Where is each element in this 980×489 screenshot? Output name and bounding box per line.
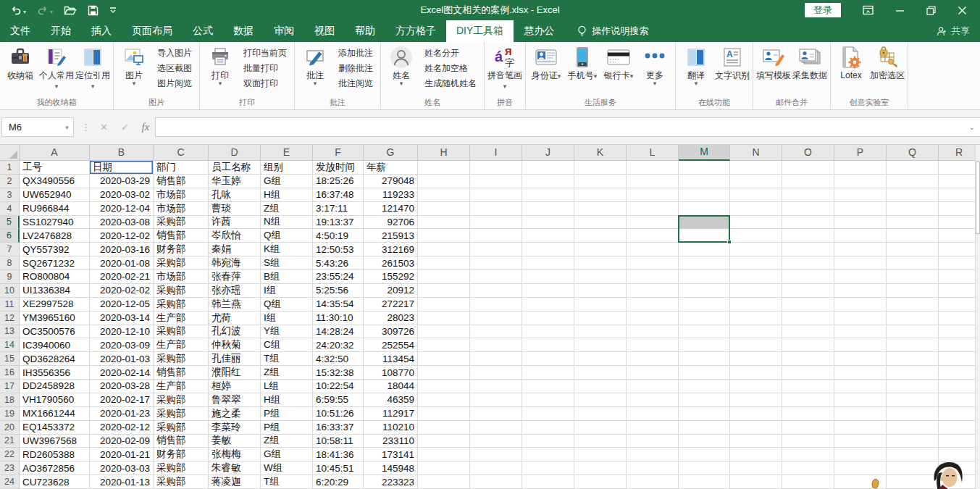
cell-Q16[interactable] xyxy=(887,366,939,380)
cell-E20[interactable]: P组 xyxy=(261,421,313,435)
cell-F14[interactable]: 24:20:32 xyxy=(313,338,364,352)
cell-P1[interactable] xyxy=(834,161,887,175)
row-header-4[interactable]: 4 xyxy=(0,202,20,216)
cell-H15[interactable] xyxy=(418,352,470,366)
column-header-F[interactable]: F xyxy=(313,145,364,161)
embedded-photo-person[interactable] xyxy=(928,461,968,489)
cell-G22[interactable]: 173141 xyxy=(364,448,418,461)
cell-R7[interactable] xyxy=(939,243,980,256)
name-box-dropdown-icon[interactable]: ▾ xyxy=(60,124,73,131)
embedded-image-small[interactable] xyxy=(871,477,880,489)
cell-G19[interactable]: 112917 xyxy=(364,407,418,421)
cell-A13[interactable]: OC3500576 xyxy=(20,325,90,339)
row-header-3[interactable]: 3 xyxy=(0,188,20,202)
cell-M6[interactable] xyxy=(679,229,730,243)
cell-J19[interactable] xyxy=(522,407,574,421)
tab-方方格子[interactable]: 方方格子 xyxy=(385,20,446,42)
cell-A2[interactable]: QX3490556 xyxy=(20,175,90,188)
cell-L16[interactable] xyxy=(627,366,679,380)
cell-I9[interactable] xyxy=(470,270,522,284)
cell-K3[interactable] xyxy=(574,188,627,202)
cell-M12[interactable] xyxy=(679,312,730,325)
row-header-20[interactable]: 20 xyxy=(0,421,20,435)
cell-I18[interactable] xyxy=(470,393,522,407)
cell-F24[interactable]: 6:20:29 xyxy=(313,475,364,489)
cell-N8[interactable] xyxy=(730,256,782,270)
cell-G6[interactable]: 215913 xyxy=(364,229,418,243)
cell-B1[interactable]: 日期 xyxy=(90,161,154,175)
cell-E1[interactable]: 组别 xyxy=(261,161,313,175)
cell-J3[interactable] xyxy=(522,188,574,202)
cell-C19[interactable]: 采购部 xyxy=(154,407,209,421)
cell-N10[interactable] xyxy=(730,284,782,298)
cell-L4[interactable] xyxy=(627,202,679,216)
cell-A5[interactable]: SS1027940 xyxy=(20,216,90,230)
cell-J18[interactable] xyxy=(522,393,574,407)
ribbon-button-双面打印[interactable]: 双面打印 xyxy=(243,76,287,91)
column-header-G[interactable]: G xyxy=(364,145,418,161)
cell-M17[interactable] xyxy=(679,380,730,393)
ribbon-button-更多[interactable]: 更多▾ xyxy=(637,43,673,96)
column-header-E[interactable]: E xyxy=(261,145,313,161)
cell-L6[interactable] xyxy=(627,229,679,243)
cell-I14[interactable] xyxy=(470,338,522,352)
cell-H16[interactable] xyxy=(418,366,470,380)
cell-R18[interactable] xyxy=(939,393,980,407)
cell-P23[interactable] xyxy=(834,461,887,475)
name-box[interactable]: M6 ▾ xyxy=(1,117,74,137)
insert-function-icon[interactable]: fx xyxy=(142,122,149,133)
tab-公式[interactable]: 公式 xyxy=(183,20,223,42)
cell-O18[interactable] xyxy=(782,393,834,407)
cell-I12[interactable] xyxy=(470,312,522,325)
cell-I8[interactable] xyxy=(470,256,522,270)
cell-Q4[interactable] xyxy=(887,202,939,216)
cell-M24[interactable] xyxy=(679,475,730,489)
cell-I24[interactable] xyxy=(470,475,522,489)
share-button[interactable]: 共享 xyxy=(937,20,980,42)
cell-C17[interactable]: 生产部 xyxy=(154,380,209,393)
cell-H4[interactable] xyxy=(418,202,470,216)
cell-I3[interactable] xyxy=(470,188,522,202)
ribbon-button-身份证[interactable]: 身份证▾ xyxy=(528,43,564,96)
cell-G3[interactable]: 119233 xyxy=(364,188,418,202)
cell-G17[interactable]: 18044 xyxy=(364,380,418,393)
cell-A17[interactable]: DD2458928 xyxy=(20,380,90,393)
cell-E10[interactable]: I组 xyxy=(261,284,313,298)
tab-页面布局[interactable]: 页面布局 xyxy=(122,20,183,42)
cell-O14[interactable] xyxy=(782,338,834,352)
cell-G7[interactable]: 312169 xyxy=(364,243,418,256)
cell-H17[interactable] xyxy=(418,380,470,393)
select-all-corner[interactable] xyxy=(0,145,20,161)
cell-E24[interactable]: T组 xyxy=(261,475,313,489)
row-header-16[interactable]: 16 xyxy=(0,366,20,380)
cell-J8[interactable] xyxy=(522,256,574,270)
cell-N4[interactable] xyxy=(730,202,782,216)
cell-E11[interactable]: Q组 xyxy=(261,298,313,312)
cell-J13[interactable] xyxy=(522,325,574,339)
cell-I17[interactable] xyxy=(470,380,522,393)
cell-B3[interactable]: 2020-03-02 xyxy=(90,188,154,202)
cell-D17[interactable]: 桓婷 xyxy=(209,380,261,393)
cell-O23[interactable] xyxy=(782,461,834,475)
cell-B8[interactable]: 2020-01-08 xyxy=(90,256,154,270)
cell-N23[interactable] xyxy=(730,461,782,475)
cell-C23[interactable]: 采购部 xyxy=(154,461,209,475)
cell-O2[interactable] xyxy=(782,175,834,188)
row-header-19[interactable]: 19 xyxy=(0,407,20,421)
cell-K8[interactable] xyxy=(574,256,627,270)
cell-E7[interactable]: K组 xyxy=(261,243,313,256)
cell-A12[interactable]: YM3965160 xyxy=(20,312,90,325)
ribbon-button-收纳箱[interactable]: 收纳箱 xyxy=(2,43,38,96)
cell-M14[interactable] xyxy=(679,338,730,352)
cell-M23[interactable] xyxy=(679,461,730,475)
cell-G5[interactable]: 92706 xyxy=(364,216,418,230)
cell-N3[interactable] xyxy=(730,188,782,202)
cell-G13[interactable]: 309726 xyxy=(364,325,418,339)
cell-M8[interactable] xyxy=(679,256,730,270)
cell-F18[interactable]: 6:59:55 xyxy=(313,393,364,407)
cell-Q6[interactable] xyxy=(887,229,939,243)
cell-R21[interactable] xyxy=(939,435,980,448)
cell-C5[interactable]: 采购部 xyxy=(154,216,209,230)
cell-C4[interactable]: 市场部 xyxy=(154,202,209,216)
cell-F16[interactable]: 15:32:38 xyxy=(313,366,364,380)
